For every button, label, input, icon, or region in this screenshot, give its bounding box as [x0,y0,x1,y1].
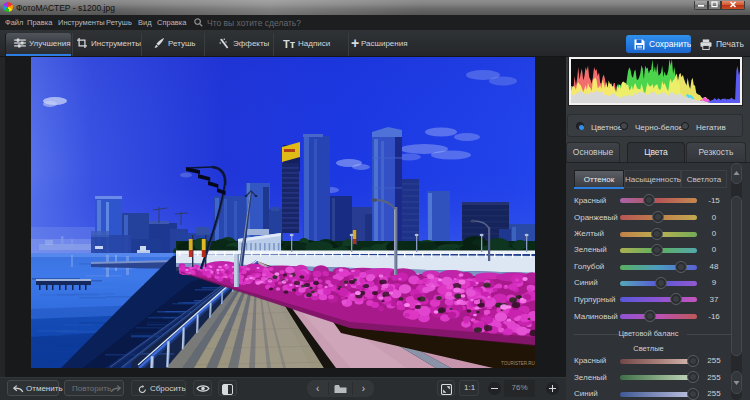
svg-text:TOURISTER.RU: TOURISTER.RU [501,361,535,366]
